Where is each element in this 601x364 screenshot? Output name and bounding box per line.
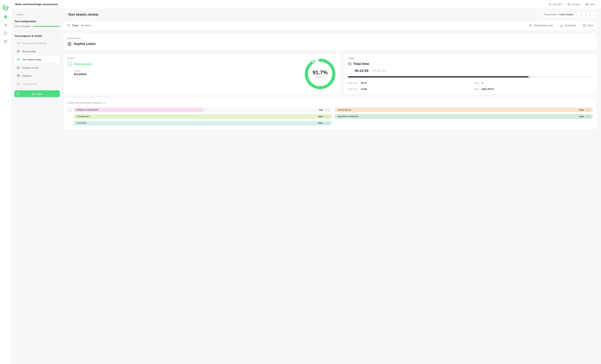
category-percent: 50% [319,109,323,111]
respondent-view-button[interactable]: Respondent view [525,21,556,30]
sidebar-item-respondent-monitoring[interactable]: Respondent monitoring [14,40,60,47]
category-name: TECHNOLOGY [77,116,90,117]
info-icon [549,3,551,6]
svg-rect-17 [17,83,19,85]
time-progress-bar [348,76,593,78]
send-icon [583,24,586,27]
topbar: Skills and knowledge assessment Test inf… [11,0,601,9]
download-button[interactable]: Download [556,21,579,30]
back-button[interactable] [63,12,68,17]
page-title: Skills and knowledge assessment [15,3,58,6]
bar-chart-icon [68,108,71,112]
eye-icon [567,3,570,6]
prev-respondent-button[interactable] [583,11,589,18]
nav-dashboard-icon[interactable] [4,15,8,19]
nav-stats-icon[interactable] [4,31,8,35]
sidebar-item-label: Answers review [22,66,39,69]
preview-action[interactable]: Preview [564,3,582,6]
end-time: 14:09 [361,88,471,90]
sidebar-item-label: Unused codes [22,83,37,85]
svg-rect-20 [583,25,585,26]
svg-rect-3 [4,17,5,18]
donut-percent: 91.7% [312,69,328,75]
svg-rect-11 [586,5,588,5]
config-progress: 100% completed [14,25,60,28]
nav-item-icon [17,66,20,69]
sidebar-item-test-sheets-review[interactable]: Test sheets review [14,56,60,63]
content-header: Test sheets review Respondent Lewis Soph… [63,11,597,18]
result-donut-chart: 91.7% 11/12 p. [304,58,337,90]
result-card: RESULT Test passed Grade Excellent [63,53,341,95]
category-points: 1/1 p. [325,122,330,124]
send-button[interactable]: Send [579,21,597,30]
category-name: SALES SKILLS [338,109,351,111]
category-percent: 100% [318,115,323,118]
category-percent: 100% [579,115,584,118]
timer-card: TIMER Total time 00:22:09 / 00:30:00 [344,53,597,95]
print-action[interactable]: Print [583,3,597,6]
download-icon [560,24,563,27]
check-icon [68,62,72,66]
section-test-configuration[interactable]: Test configuration [14,20,60,24]
sidebar-item-label: Statistics [22,74,32,77]
nav-item-icon [17,50,20,53]
time-total: 00:30:00 [372,69,386,73]
nav-item-icon [17,74,20,78]
svg-point-22 [69,43,70,44]
date-value: 2021-09-07 [482,88,593,90]
chevron-up-icon [57,35,60,37]
sidebar-item-label: Results table [22,50,36,53]
respondent-card: RESPONDENT Sophie Lewis [63,33,597,50]
svg-rect-21 [68,42,71,45]
app-logo[interactable] [2,4,9,11]
chevron-right-icon [592,13,595,16]
category-points: 2/2 p. [586,109,591,111]
svg-rect-1 [4,16,5,17]
status-badge: ENDED [14,12,26,17]
svg-point-10 [569,4,569,5]
category-percent: 100% [318,122,323,124]
nav-people-icon[interactable] [4,23,8,27]
test-info-action[interactable]: Test info [546,3,564,6]
nav-settings-icon[interactable] [4,40,8,43]
category-points: 4/4 p. [586,115,591,118]
category-name: PRODUCT KNOWLEDGE [77,109,99,111]
sidebar-item-statistics[interactable]: Statistics [14,72,60,79]
person-icon [68,42,71,46]
category-points: 1/2 p. [325,109,330,111]
score-card: SCORE PER QUESTION CATEGORY (5) PRODUCT … [63,98,597,130]
grade-value: Excellent [74,73,304,76]
repeat-icon [17,92,20,95]
donut-points: 11/12 p. [316,76,324,79]
sidebar-item-label: Test sheets review [22,58,41,61]
sidebar-item-results-table[interactable]: Results table [14,48,60,55]
chevron-down-icon [57,20,60,23]
next-respondent-button[interactable] [591,11,597,18]
sidebar-item-answers-review[interactable]: Answers review [14,64,60,71]
category-name: INDUSTRY EXPERTISE [338,116,358,117]
respondent-name: Sophie Lewis [74,42,96,46]
dates-filter[interactable]: Dates All dates [63,21,98,30]
svg-point-6 [6,24,7,25]
category-name: APTITUDE [77,122,86,124]
svg-point-5 [5,24,6,25]
print-icon [585,3,588,6]
sidebar-item-unused-codes[interactable]: Unused codes [14,80,60,88]
category-points: 3/3 p. [325,115,330,118]
category-bar: TECHNOLOGY100%3/3 p. [74,114,332,119]
content-title: Test sheets review [68,12,98,17]
chevron-left-icon [64,13,67,16]
nav-item-icon [17,41,20,45]
chevron-down-icon [93,24,95,27]
time-used: 00:22:09 [355,69,368,73]
svg-rect-15 [17,67,19,69]
chevron-left-icon [585,13,587,16]
chevron-down-icon [575,13,578,16]
respondent-select[interactable]: Respondent Lewis Sophie [541,11,581,18]
section-test-progress[interactable]: Test progress & results [14,35,60,39]
svg-rect-18 [67,24,70,27]
start-again-button[interactable]: Start again [14,90,60,97]
toolbar: Dates All dates Respondent view Download [63,21,597,30]
term-value: 1 [482,81,593,84]
category-percent: 100% [579,109,584,111]
